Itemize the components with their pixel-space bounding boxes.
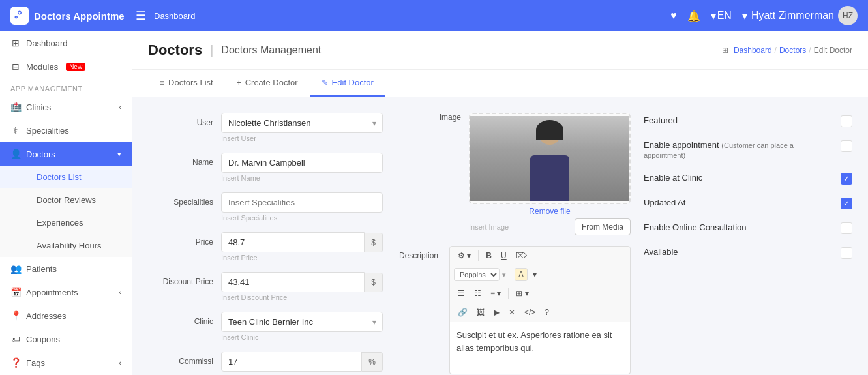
hamburger-menu[interactable]: ☰ <box>136 8 146 23</box>
language-selector[interactable]: ▾EN <box>711 10 732 22</box>
tab-edit-doctor[interactable]: ✎ Edit Doctor <box>310 70 385 97</box>
user-menu[interactable]: ▾ Hyatt Zimmerman HZ <box>742 6 858 25</box>
clinic-select[interactable]: Teen Clinic Bernier Inc <box>221 312 383 332</box>
enable-clinic-row: Enable at Clinic ✓ <box>644 173 852 185</box>
enable-online-consultation-checkbox[interactable] <box>841 222 852 234</box>
rte-sep-1 <box>478 250 479 261</box>
rte-video-btn[interactable]: ▶ <box>490 306 503 319</box>
discount-price-field: $ Insert Discount Price <box>221 272 383 301</box>
sidebar-item-experiences[interactable]: Experiences <box>0 211 132 234</box>
description-section: Descrip­tion ⚙ ▾ B U ⌦ <box>396 246 631 374</box>
tab-create-doctor[interactable]: + Create Doctor <box>225 70 310 97</box>
rte-link-btn[interactable]: 🔗 <box>454 306 471 319</box>
clinic-field-group: Clinic Teen Clinic Bernier Inc Insert Cl… <box>148 312 383 341</box>
faqs-icon: ❓ <box>10 357 21 368</box>
user-select[interactable]: Nicolette Christiansen <box>221 113 383 133</box>
sidebar-item-doctors[interactable]: 👤 Doctors ▾ <box>0 142 132 166</box>
sidebar-item-coupons[interactable]: 🏷 Coupons <box>0 327 132 351</box>
rte-image-btn[interactable]: 🖼 <box>473 306 488 319</box>
available-checkbox[interactable] <box>841 247 852 259</box>
specialities-label: Specialities <box>148 192 213 207</box>
sidebar-item-clinics[interactable]: 🏥 Clinics ‹ <box>0 95 132 119</box>
sidebar-section-app-mgmt: App Management <box>0 78 132 95</box>
rte-code-btn[interactable]: </> <box>520 306 539 319</box>
tab-doctors-list[interactable]: ≡ Doctors List <box>148 70 225 97</box>
rte-list-ol-btn[interactable]: ☷ <box>470 287 485 300</box>
top-navigation: Doctors Appointme ☰ Dashboard ♥ 🔔 ▾EN ▾ … <box>0 0 868 31</box>
sidebar-item-specialities[interactable]: ⚕ Specialities <box>0 119 132 142</box>
brand-name: Doctors Appointme <box>34 10 125 22</box>
sidebar-item-doctors-list[interactable]: Doctors List <box>0 166 132 188</box>
from-media-button[interactable]: From Media <box>575 218 631 235</box>
rte-colorpicker-btn[interactable]: ▾ <box>529 268 541 281</box>
form-left-col: User Nicolette Christiansen Insert User … <box>148 113 383 374</box>
rte-sep-2 <box>511 269 511 280</box>
bell-icon[interactable]: 🔔 <box>687 10 700 22</box>
commission-input[interactable] <box>221 352 362 372</box>
specialities-hint: Insert Specialities <box>221 214 383 222</box>
page-header: Doctors | Doctors Management ⊞ Dashboard… <box>132 31 868 70</box>
sidebar-item-availability-hours[interactable]: Availability Hours <box>0 234 132 257</box>
featured-checkbox[interactable] <box>841 115 852 127</box>
updated-at-checkbox[interactable]: ✓ <box>841 198 852 209</box>
breadcrumb-doctors[interactable]: Doctors <box>779 46 806 55</box>
rte-underline-btn[interactable]: U <box>497 249 511 262</box>
image-upload-box[interactable] <box>469 113 631 204</box>
rte-color-btn[interactable]: A <box>515 268 528 281</box>
sidebar-item-addresses[interactable]: 📍 Addresses <box>0 304 132 327</box>
breadcrumb-dashboard[interactable]: Dashboard <box>734 46 772 55</box>
sidebar-item-label: Coupons <box>26 335 60 344</box>
discount-price-input[interactable] <box>221 272 365 292</box>
rte-bold-btn[interactable]: B <box>482 249 496 262</box>
rte-help-btn[interactable]: ? <box>541 306 553 319</box>
right-panel: Featured Enable appointment (Customer ca… <box>644 113 852 374</box>
sidebar-item-label: Patients <box>26 264 57 274</box>
commission-input-wrapper: % <box>221 352 383 372</box>
nav-title[interactable]: Dashboard <box>154 11 196 21</box>
rte-row-4: 🔗 🖼 ▶ ✕ </> ? <box>450 303 630 322</box>
enable-clinic-checkbox[interactable]: ✓ <box>841 173 852 185</box>
stethoscope-icon <box>14 10 25 22</box>
breadcrumb-sep2: / <box>809 46 811 55</box>
enable-appointment-checkbox[interactable] <box>841 140 852 152</box>
clinics-icon: 🏥 <box>10 102 21 112</box>
user-field: Nicolette Christiansen Insert User <box>221 113 383 142</box>
sidebar-item-patients[interactable]: 👥 Patients <box>0 257 132 280</box>
commission-field-group: Commissi % <box>148 352 383 372</box>
brand: Doctors Appointme <box>10 7 128 25</box>
breadcrumb: ⊞ Dashboard / Doctors / Edit Doctor <box>722 46 852 55</box>
name-input[interactable] <box>221 153 383 173</box>
price-input[interactable] <box>221 232 365 252</box>
rte-content[interactable]: Suscipit et ut ex. Asperiores ratione ea… <box>449 322 631 374</box>
patients-icon: 👥 <box>10 263 21 274</box>
rte-align-btn[interactable]: ≡ ▾ <box>486 287 505 300</box>
sidebar-item-modules[interactable]: ⊟ Modules New <box>0 55 132 78</box>
rte-list-ul-btn[interactable]: ☰ <box>454 287 469 300</box>
rte-remove-btn[interactable]: ✕ <box>505 306 519 319</box>
clinic-label: Clinic <box>148 312 213 326</box>
price-field-group: Price $ Insert Price <box>148 232 383 262</box>
rte-row-3: ☰ ☷ ≡ ▾ ⊞ ▾ <box>450 284 630 303</box>
sidebar-item-appointments[interactable]: 📅 Appointments ‹ <box>0 280 132 304</box>
image-field: Remove file Insert Image From Media <box>469 113 631 235</box>
list-tab-icon: ≡ <box>160 78 164 87</box>
chevron-down-icon: ▾ <box>117 150 121 158</box>
appointments-icon: 📅 <box>10 287 21 297</box>
remove-file-btn[interactable]: Remove file <box>469 207 631 216</box>
rte-strike-btn[interactable]: ⌦ <box>512 249 531 262</box>
description-field: ⚙ ▾ B U ⌦ Poppins <box>449 246 631 374</box>
chevron-icon: ‹ <box>119 288 121 296</box>
sidebar-item-faqs[interactable]: ❓ Faqs ‹ <box>0 351 132 374</box>
form-content: User Nicolette Christiansen Insert User … <box>132 97 868 375</box>
rte-format-btn[interactable]: ⚙ ▾ <box>454 249 475 262</box>
page-title: Doctors <box>148 42 202 59</box>
language-label: EN <box>717 10 732 22</box>
sidebar-item-doctor-reviews[interactable]: Doctor Reviews <box>0 188 132 211</box>
sidebar-item-label: Appointments <box>26 288 78 297</box>
rte-font-select[interactable]: Poppins <box>454 268 500 281</box>
clinic-field: Teen Clinic Bernier Inc Insert Clinic <box>221 312 383 341</box>
rte-table-btn[interactable]: ⊞ ▾ <box>512 287 532 300</box>
heart-icon[interactable]: ♥ <box>670 10 677 22</box>
specialities-input[interactable] <box>221 192 383 213</box>
sidebar-item-dashboard[interactable]: ⊞ Dashboard <box>0 31 132 55</box>
